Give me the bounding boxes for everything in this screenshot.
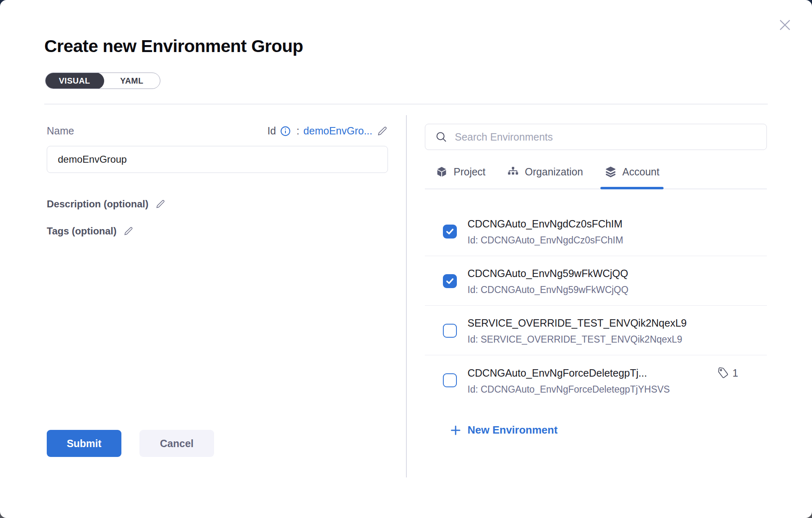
environment-name: CDCNGAuto_EnvNgForceDeletegpTj... [468, 367, 647, 379]
tab-account[interactable]: Account [604, 166, 659, 189]
environment-id: Id: SERVICE_OVERRIDE_TEST_ENVQik2NqexL9 [468, 334, 767, 345]
visual-yaml-toggle: VISUAL YAML [45, 73, 160, 89]
tab-project-label: Project [454, 166, 486, 178]
new-environment-button[interactable]: New Environment [449, 424, 767, 436]
tab-organization[interactable]: Organization [507, 166, 583, 189]
description-row: Description (optional) [47, 198, 388, 210]
new-environment-label: New Environment [468, 424, 558, 436]
environment-text: SERVICE_OVERRIDE_TEST_ENVQik2NqexL9 Id: … [468, 317, 767, 345]
page-title: Create new Environment Group [44, 36, 812, 56]
environment-title-row: CDCNGAuto_EnvNgForceDeletegpTj... 1 [468, 367, 767, 379]
tab-account-label: Account [623, 166, 659, 178]
search-icon [435, 131, 447, 143]
environment-row[interactable]: SERVICE_OVERRIDE_TEST_ENVQik2NqexL9 Id: … [425, 306, 767, 355]
plus-icon [449, 424, 462, 436]
tag-count: 1 [732, 367, 738, 379]
environment-id: Id: CDCNGAuto_EnvNg59wFkWCjQQ [468, 284, 767, 295]
scope-tabs: Project [425, 166, 767, 189]
name-label: Name [47, 125, 74, 137]
action-buttons: Submit Cancel [47, 430, 388, 457]
toggle-yaml[interactable]: YAML [103, 73, 160, 89]
name-input[interactable] [47, 146, 388, 173]
info-icon[interactable] [280, 126, 291, 136]
environment-row[interactable]: CDCNGAuto_EnvNgdCz0sFChIM Id: CDCNGAuto_… [425, 207, 767, 256]
tags-row: Tags (optional) [47, 225, 388, 237]
toggle-visual[interactable]: VISUAL [45, 73, 104, 89]
environment-id: Id: CDCNGAuto_EnvNgdCz0sFChIM [468, 235, 767, 246]
layers-icon [604, 166, 617, 178]
environment-text: CDCNGAuto_EnvNg59wFkWCjQQ Id: CDCNGAuto_… [468, 268, 767, 295]
environment-id: Id: CDCNGAuto_EnvNgForceDeletegpTjYHSVS [468, 384, 767, 395]
modal-body: Name Id : demoEnvGro... [47, 105, 767, 500]
search-environments-input[interactable] [455, 131, 757, 143]
id-colon: : [297, 125, 299, 137]
tab-organization-label: Organization [525, 166, 583, 178]
id-label: Id [267, 125, 276, 137]
description-label: Description (optional) [47, 198, 148, 210]
environment-checkbox-checked[interactable] [443, 225, 457, 239]
cancel-button[interactable]: Cancel [139, 430, 214, 457]
environments-panel: Project [425, 105, 767, 500]
tab-project[interactable]: Project [436, 166, 486, 189]
create-environment-group-modal: Create new Environment Group VISUAL YAML… [0, 0, 812, 518]
environment-row[interactable]: CDCNGAuto_EnvNgForceDeletegpTj... 1 [425, 355, 767, 402]
tags-label: Tags (optional) [47, 225, 116, 237]
edit-id-icon[interactable] [376, 125, 388, 137]
environment-text: CDCNGAuto_EnvNgdCz0sFChIM Id: CDCNGAuto_… [468, 218, 767, 246]
edit-description-icon[interactable] [155, 199, 166, 209]
vertical-divider [406, 115, 407, 477]
tag-icon [717, 367, 729, 379]
environment-text: CDCNGAuto_EnvNgForceDeletegpTj... 1 [468, 367, 767, 395]
id-value-link[interactable]: demoEnvGro... [303, 125, 372, 137]
cube-icon [436, 166, 448, 178]
environment-list: CDCNGAuto_EnvNgdCz0sFChIM Id: CDCNGAuto_… [425, 189, 767, 402]
form-column: Name Id : demoEnvGro... [47, 105, 388, 500]
tag-count-badge: 1 [717, 367, 738, 379]
environment-name: SERVICE_OVERRIDE_TEST_ENVQik2NqexL9 [468, 317, 767, 329]
id-group: Id : demoEnvGro... [267, 125, 388, 137]
search-box [425, 124, 767, 150]
active-tab-underline [600, 187, 664, 189]
environment-name: CDCNGAuto_EnvNg59wFkWCjQQ [468, 268, 767, 279]
edit-tags-icon[interactable] [123, 226, 134, 236]
sitemap-icon [507, 166, 519, 178]
environment-checkbox-unchecked[interactable] [443, 373, 457, 387]
environment-row[interactable]: CDCNGAuto_EnvNg59wFkWCjQQ Id: CDCNGAuto_… [425, 256, 767, 306]
submit-button[interactable]: Submit [47, 430, 121, 457]
close-icon[interactable] [776, 16, 794, 34]
environment-checkbox-checked[interactable] [443, 274, 457, 288]
environment-name: CDCNGAuto_EnvNgdCz0sFChIM [468, 218, 767, 230]
environment-checkbox-unchecked[interactable] [443, 324, 457, 338]
name-id-row: Name Id : demoEnvGro... [47, 125, 388, 137]
